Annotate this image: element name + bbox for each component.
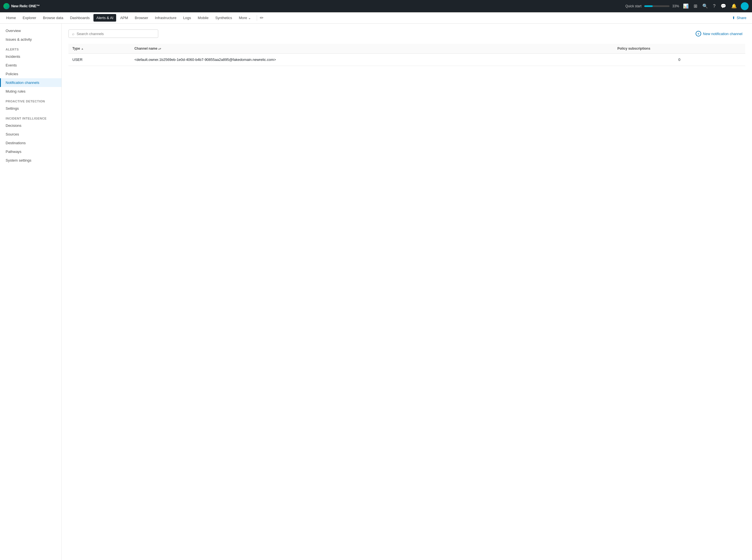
nav-divider — [257, 15, 257, 21]
table-row[interactable]: USER <default.owner.1b2569eb-1e0d-4060-b… — [68, 54, 745, 66]
search-icon[interactable]: 🔍 — [701, 2, 709, 10]
new-channel-label: New notification channel — [703, 32, 743, 36]
nav-logs[interactable]: Logs — [180, 14, 194, 22]
edit-icon[interactable]: ✏ — [260, 15, 263, 20]
new-notification-channel-button[interactable]: + New notification channel — [693, 29, 745, 38]
sort-icon-channel: ▴▾ — [158, 47, 161, 50]
nav-infrastructure[interactable]: Infrastructure — [152, 14, 179, 22]
table-header: Type ▲ Channel name ▴▾ Policy subscripti… — [68, 44, 745, 54]
sidebar-item-policies[interactable]: Policies — [0, 69, 61, 78]
content-area: ⌕ + New notification channel Type ▲ Chan… — [62, 24, 752, 560]
sidebar-item-sources[interactable]: Sources — [0, 130, 61, 139]
table-header-row: Type ▲ Channel name ▴▾ Policy subscripti… — [68, 44, 745, 54]
sidebar-item-overview[interactable]: Overview — [0, 26, 61, 35]
logo-icon — [3, 3, 9, 9]
logo-area: New Relic ONE™ — [3, 3, 40, 9]
nav-dashboards[interactable]: Dashboards — [67, 14, 92, 22]
cell-policy-subscriptions: 0 — [613, 54, 745, 66]
share-label: Share — [736, 16, 746, 20]
nav-more[interactable]: More ⌄ — [236, 14, 254, 22]
sidebar-item-system-settings[interactable]: System settings — [0, 156, 61, 165]
th-type[interactable]: Type ▲ — [68, 44, 131, 54]
logo-text: New Relic ONE™ — [11, 4, 40, 8]
share-icon: ⬆ — [732, 16, 735, 20]
plus-circle-icon: + — [696, 31, 701, 37]
sidebar-item-destinations[interactable]: Destinations — [0, 139, 61, 147]
cell-type: USER — [68, 54, 131, 66]
progress-percent: 33% — [672, 4, 679, 8]
grid-icon[interactable]: ⊞ — [693, 2, 698, 10]
sidebar-item-issues-activity[interactable]: Issues & activity — [0, 35, 61, 44]
help-icon[interactable]: ? — [712, 2, 717, 10]
th-channel-name[interactable]: Channel name ▴▾ — [131, 44, 613, 54]
sidebar-item-decisions[interactable]: Decisions — [0, 121, 61, 130]
nav-apm[interactable]: APM — [117, 14, 131, 22]
sidebar-section-alerts: ALERTS — [0, 44, 61, 52]
sort-icon-type: ▲ — [81, 47, 84, 50]
sidebar-section-incident-intelligence: INCIDENT INTELLIGENCE — [0, 113, 61, 121]
quick-start-progress[interactable] — [644, 5, 670, 7]
nav-explorer[interactable]: Explorer — [20, 14, 39, 22]
nav-browser[interactable]: Browser — [132, 14, 151, 22]
sidebar-item-incidents[interactable]: Incidents — [0, 52, 61, 61]
th-policy-subscriptions: Policy subscriptions — [613, 44, 745, 54]
sidebar-section-proactive: PROACTIVE DETECTION — [0, 96, 61, 104]
sidebar: Overview Issues & activity ALERTS Incide… — [0, 24, 62, 560]
nav-mobile[interactable]: Mobile — [195, 14, 211, 22]
top-nav: New Relic ONE™ Quick start 33% 📊 ⊞ 🔍 ? 💬… — [0, 0, 752, 12]
top-nav-right: Quick start 33% 📊 ⊞ 🔍 ? 💬 🔔 — [626, 2, 749, 10]
sidebar-item-events[interactable]: Events — [0, 61, 61, 69]
chart-icon[interactable]: 📊 — [682, 2, 690, 10]
search-input[interactable] — [77, 32, 155, 36]
sidebar-item-pathways[interactable]: Pathways — [0, 147, 61, 156]
cell-channel-name: <default.owner.1b2569eb-1e0d-4060-b4b7-9… — [131, 54, 613, 66]
nav-synthetics[interactable]: Synthetics — [213, 14, 235, 22]
search-icon: ⌕ — [72, 32, 74, 36]
share-button[interactable]: ⬆ Share — [730, 15, 749, 21]
nav-alerts-ai[interactable]: Alerts & AI — [94, 14, 116, 22]
content-toolbar: ⌕ + New notification channel — [68, 29, 745, 38]
sidebar-item-notification-channels[interactable]: Notification channels — [0, 78, 61, 87]
secondary-nav: Home Explorer Browse data Dashboards Ale… — [0, 12, 752, 24]
sidebar-item-settings[interactable]: Settings — [0, 104, 61, 113]
user-avatar[interactable] — [741, 2, 749, 10]
channels-table: Type ▲ Channel name ▴▾ Policy subscripti… — [68, 44, 745, 66]
messages-icon[interactable]: 💬 — [719, 2, 727, 10]
nav-browse-data[interactable]: Browse data — [40, 14, 66, 22]
progress-bar-fill — [644, 5, 653, 7]
quick-start-label: Quick start — [626, 4, 641, 8]
nav-home[interactable]: Home — [3, 14, 19, 22]
table-body: USER <default.owner.1b2569eb-1e0d-4060-b… — [68, 54, 745, 66]
sidebar-item-muting-rules[interactable]: Muting rules — [0, 87, 61, 96]
bell-icon[interactable]: 🔔 — [730, 2, 738, 10]
search-box[interactable]: ⌕ — [68, 29, 158, 38]
main-layout: Overview Issues & activity ALERTS Incide… — [0, 24, 752, 560]
